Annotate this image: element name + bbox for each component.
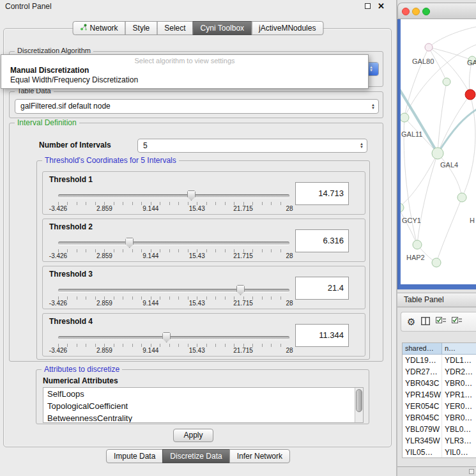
threshold-3-slider[interactable] <box>58 284 289 296</box>
table-row[interactable]: YIL05… YIL0… <box>403 447 476 458</box>
table-row[interactable]: YBL079W YBL0… <box>403 424 476 435</box>
slider-thumb[interactable] <box>162 332 171 342</box>
node-label: HAP2 <box>406 254 425 261</box>
cell: YBL0… <box>442 424 476 435</box>
tick-label: 9.144 <box>142 252 158 259</box>
table-panel-title: Table Panel <box>404 295 444 304</box>
threshold-4-slider[interactable] <box>58 332 289 343</box>
column-header-shared-name[interactable]: shared… <box>403 343 442 355</box>
network-node[interactable] <box>432 258 441 267</box>
tick-label: 28 <box>286 205 293 212</box>
threshold-1-slider[interactable] <box>58 190 289 201</box>
threshold-3-label: Threshold 3 <box>49 270 93 279</box>
cell: YLR3… <box>442 435 476 447</box>
resize-grip[interactable] <box>469 469 474 474</box>
network-canvas[interactable]: GAL80 GA GAL11 GAL4 GCY1 HAP2 H <box>401 19 476 284</box>
app-window: Control Panel ✕ Network Style Select <box>0 0 476 476</box>
slider-thumb[interactable] <box>236 285 245 295</box>
numerical-attributes-heading: Numerical Attributes <box>43 376 118 385</box>
threshold-3-box: Threshold 3 -3.426 2.859 9.144 15.43 21.… <box>42 266 365 309</box>
list-item[interactable]: SelfLoops <box>43 388 363 400</box>
node-label: GAL80 <box>412 58 434 65</box>
node-label: H <box>470 217 475 224</box>
dropdown-option-equal-width-frequency[interactable]: Equal Width/Frequency Discretization <box>1 75 368 85</box>
table-row[interactable]: YBR045C YBR0… <box>403 412 476 424</box>
table-row[interactable]: YER054C YER0… <box>403 401 476 412</box>
network-node[interactable] <box>401 113 409 122</box>
numerical-attributes-list: SelfLoops TopologicalCoefficient Between… <box>43 387 364 423</box>
close-panel-icon[interactable]: ✕ <box>378 1 385 11</box>
network-window-titlebar <box>397 3 476 19</box>
control-panel: Control Panel ✕ Network Style Select <box>0 0 396 476</box>
table-row[interactable]: YPR145W YPR1… <box>403 389 476 401</box>
slider-track <box>58 289 289 292</box>
node-label: GAL4 <box>440 161 458 169</box>
zoom-window-icon[interactable] <box>422 8 430 15</box>
tab-label: Style <box>133 24 150 33</box>
network-node[interactable] <box>457 193 466 202</box>
threshold-2-slider[interactable] <box>58 237 289 249</box>
dropdown-option-manual-discretization[interactable]: Manual Discretization <box>1 66 368 75</box>
select-rows-icon[interactable] <box>452 316 462 328</box>
column-header-name[interactable]: n… <box>442 343 476 355</box>
network-node[interactable] <box>425 43 433 51</box>
columns-icon[interactable] <box>421 316 430 328</box>
number-of-intervals-label: Number of Intervals <box>39 141 111 150</box>
gear-icon[interactable]: ⚙ <box>407 317 415 326</box>
tab-style[interactable]: Style <box>125 21 158 35</box>
tab-discretize-data[interactable]: Discretize Data <box>162 449 229 463</box>
threshold-1-label: Threshold 1 <box>49 175 93 184</box>
tab-infer-network[interactable]: Infer Network <box>229 449 290 463</box>
tick-label: 28 <box>286 252 293 259</box>
node-label: GAL11 <box>401 130 422 138</box>
tab-select[interactable]: Select <box>157 21 193 35</box>
list-item[interactable]: BetweennessCentrality <box>43 412 363 423</box>
table-row[interactable]: YDL19… YDL1… <box>403 355 476 366</box>
list-item[interactable]: TopologicalCoefficient <box>43 400 363 412</box>
select-all-columns-icon[interactable] <box>436 316 446 328</box>
network-node[interactable] <box>443 78 450 86</box>
table-row[interactable]: YDR27… YDR2… <box>403 366 476 378</box>
network-node[interactable] <box>432 148 443 159</box>
apply-button[interactable]: Apply <box>173 429 213 442</box>
network-node-selected[interactable] <box>465 89 475 100</box>
tab-impute-data[interactable]: Impute Data <box>106 449 163 463</box>
table-row[interactable]: YLR345W YLR3… <box>403 435 476 447</box>
top-tabstrip: Network Style Select Cyni Toolbox jActiv… <box>73 21 324 35</box>
spinner-arrows-icon: ▲▼ <box>371 104 375 110</box>
float-panel-icon[interactable] <box>365 3 371 9</box>
control-panel-titlebar: Control Panel ✕ <box>0 0 396 13</box>
tick-label: 2.859 <box>96 347 112 354</box>
minimize-window-icon[interactable] <box>412 8 420 15</box>
tab-label: Infer Network <box>237 452 282 461</box>
threshold-1-box: Threshold 1 -3.426 2.859 9.144 15.43 21.… <box>42 171 365 215</box>
tick-label: 21.715 <box>233 252 253 259</box>
tick-label: -3.426 <box>49 347 67 354</box>
tab-cyni-toolbox[interactable]: Cyni Toolbox <box>193 21 252 35</box>
tab-network[interactable]: Network <box>73 21 126 35</box>
thresholds-group: Threshold's Coordinates for 5 Intervals … <box>36 160 370 360</box>
threshold-4-value-field[interactable]: 11.344 <box>295 324 349 347</box>
node-label: GCY1 <box>402 217 421 224</box>
network-node[interactable] <box>401 203 404 212</box>
list-scrollbar[interactable] <box>355 388 363 422</box>
table-data-combobox[interactable]: galFiltered.sif default node ▲▼ <box>15 99 379 114</box>
network-node[interactable] <box>413 240 422 249</box>
threshold-1-value-field[interactable]: 14.713 <box>295 182 349 205</box>
tab-label: Cyni Toolbox <box>201 24 244 33</box>
scrollbar-thumb[interactable] <box>356 389 362 412</box>
number-of-intervals-combobox[interactable]: 5 ▲▼ <box>137 139 367 153</box>
tick-label: 9.144 <box>142 205 158 212</box>
tab-jactivemnodules[interactable]: jActiveMNodules <box>251 21 323 35</box>
table-toolbar: ⚙ <box>401 312 476 332</box>
tick-label: 21.715 <box>233 205 253 212</box>
slider-thumb[interactable] <box>187 190 196 201</box>
cell: YBR045C <box>403 412 442 424</box>
slider-thumb[interactable] <box>125 238 134 248</box>
threshold-3-value-field[interactable]: 21.4 <box>295 277 349 300</box>
threshold-2-value-field[interactable]: 6.316 <box>295 229 349 252</box>
close-window-icon[interactable] <box>402 8 410 15</box>
table-panel-header: Table Panel <box>397 293 476 307</box>
algorithm-dropdown-list: Select algorithm to view settings Manual… <box>1 54 369 89</box>
table-row[interactable]: YBR043C YBR0… <box>403 378 476 389</box>
